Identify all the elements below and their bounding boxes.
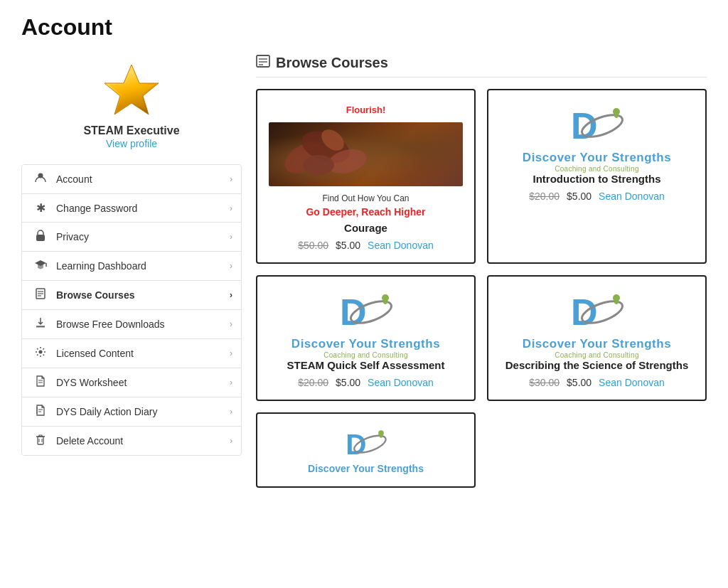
sale-price: $5.00 [567, 377, 592, 388]
course-image-flourish: Flourish! [269, 102, 463, 186]
course-title-steam: STEAM Quick Self Assessment [269, 359, 463, 371]
nav-menu: Account › ✱ Change Password › [21, 164, 242, 456]
course-subtitle-deeper: Go Deeper, Reach Higher [269, 206, 463, 218]
graduation-icon [31, 259, 50, 273]
dys-logo-steam: D Discover Your Strengths Coaching and C… [269, 288, 463, 359]
svg-point-31 [613, 108, 620, 115]
flourish-image [269, 122, 463, 186]
view-profile-link[interactable]: View profile [106, 138, 157, 149]
course-card-courage[interactable]: Flourish! [256, 89, 476, 264]
document-list-icon [31, 288, 50, 302]
asterisk-icon: ✱ [31, 201, 50, 215]
chevron-right-icon: › [230, 319, 232, 329]
sidebar-item-browse-courses[interactable]: Browse Courses › [22, 281, 241, 310]
dys-brand-sub: Coaching and Consulting [555, 165, 639, 173]
author: Sean Donovan [599, 377, 665, 388]
sidebar-item-licensed-content[interactable]: Licensed Content › [22, 339, 241, 368]
sidebar-item-delete-account[interactable]: Delete Account › [22, 427, 241, 455]
courses-grid: Flourish! [256, 89, 707, 401]
trash-icon [31, 434, 50, 448]
original-price: $30.00 [529, 377, 560, 388]
original-price: $20.00 [529, 191, 560, 202]
gear-icon [31, 346, 50, 360]
file2-icon [31, 405, 50, 419]
svg-rect-16 [38, 437, 43, 444]
sidebar-item-learning-dashboard[interactable]: Learning Dashboard › [22, 252, 241, 281]
profile-role: STEAM Executive [21, 124, 242, 137]
original-price: $20.00 [298, 377, 328, 388]
original-price: $50.00 [298, 240, 328, 251]
dys-brand-name: Discover Your Strengths [523, 151, 671, 165]
course-price-row-steam: $20.00 $5.00 Sean Donovan [269, 377, 463, 388]
chevron-right-icon: › [230, 174, 232, 184]
sidebar-item-account[interactable]: Account › [22, 165, 241, 194]
flourish-heading: Flourish! [269, 105, 463, 115]
sale-price: $5.00 [567, 191, 592, 202]
svg-rect-3 [36, 235, 45, 241]
svg-marker-1 [109, 69, 154, 111]
lock-icon [31, 230, 50, 244]
file-icon [31, 375, 50, 390]
chevron-right-icon: › [230, 261, 232, 271]
sidebar-item-privacy-label: Privacy [50, 231, 230, 242]
sidebar-item-delete-account-label: Delete Account [50, 435, 230, 447]
course-title-courage: Courage [269, 222, 463, 234]
sale-price: $5.00 [336, 377, 360, 388]
person-icon [31, 172, 50, 186]
chevron-right-icon: › [230, 348, 232, 358]
author: Sean Donovan [368, 240, 434, 251]
chevron-right-icon: › [230, 232, 232, 242]
sidebar-item-licensed-content-label: Licensed Content [50, 348, 230, 359]
svg-point-34 [382, 294, 389, 301]
author: Sean Donovan [599, 191, 665, 202]
svg-point-10 [39, 351, 43, 354]
course-card-partial[interactable]: D Discover Your Strengths [256, 412, 476, 488]
sidebar-item-browse-free-downloads[interactable]: Browse Free Downloads › [22, 310, 241, 339]
sidebar-item-change-password[interactable]: ✱ Change Password › [22, 194, 241, 223]
author: Sean Donovan [368, 377, 434, 388]
chevron-right-icon: › [230, 407, 232, 417]
course-price-row-courage: $50.00 $5.00 Sean Donovan [269, 240, 463, 251]
dys-logo-partial: D Discover Your Strengths [269, 425, 463, 475]
courses-header-icon [256, 55, 270, 71]
course-title-intro: Introduction to Strengths [500, 173, 694, 185]
sidebar-item-account-label: Account [50, 173, 230, 185]
sidebar-item-browse-free-downloads-label: Browse Free Downloads [50, 319, 230, 330]
chevron-right-icon: › [230, 436, 232, 446]
chevron-right-icon: › [230, 290, 232, 300]
course-title-science: Describing the Science of Strengths [500, 359, 694, 371]
section-title: Browse Courses [276, 55, 388, 71]
sidebar-item-dys-diary-label: DYS Daily Action Diary [50, 406, 230, 417]
sale-price: $5.00 [336, 240, 360, 251]
sidebar-item-privacy[interactable]: Privacy › [22, 223, 241, 252]
course-card-steam-quick[interactable]: D Discover Your Strengths Coaching and C… [256, 275, 476, 401]
dys-partial-brand: Discover Your Strengths [308, 463, 424, 474]
dys-brand-name: Discover Your Strengths [291, 337, 440, 351]
course-price-row-intro: $20.00 $5.00 Sean Donovan [500, 191, 694, 202]
sidebar-item-learning-dashboard-label: Learning Dashboard [50, 260, 230, 272]
course-card-intro-strengths[interactable]: D Discover Your Strengths Coaching and C… [487, 89, 707, 264]
section-header: Browse Courses [256, 55, 707, 77]
svg-point-40 [378, 430, 384, 436]
profile-section: STEAM Executive View profile [21, 55, 242, 164]
dys-brand-sub: Coaching and Consulting [555, 351, 639, 359]
dys-logo-intro: D Discover Your Strengths Coaching and C… [500, 102, 694, 173]
chevron-right-icon: › [230, 203, 232, 213]
svg-rect-15 [36, 407, 38, 414]
download-icon [31, 317, 50, 331]
chevron-right-icon: › [230, 378, 232, 387]
empty-grid-cell [487, 412, 707, 488]
sidebar-item-dys-worksheet[interactable]: DYS Worksheet › [22, 368, 241, 397]
sidebar-item-dys-diary[interactable]: DYS Daily Action Diary › [22, 397, 241, 427]
svg-point-37 [613, 294, 620, 301]
svg-point-27 [303, 155, 334, 175]
course-card-science[interactable]: D Discover Your Strengths Coaching and C… [487, 275, 707, 401]
main-content: Browse Courses Flourish! [256, 55, 707, 488]
page-title: Account [21, 14, 707, 41]
sidebar: STEAM Executive View profile Account › [21, 55, 242, 488]
dys-brand-sub: Coaching and Consulting [323, 351, 408, 359]
sidebar-item-change-password-label: Change Password [50, 203, 230, 214]
star-icon [103, 62, 160, 116]
course-price-row-science: $30.00 $5.00 Sean Donovan [500, 377, 694, 388]
sidebar-item-browse-courses-label: Browse Courses [50, 289, 230, 301]
